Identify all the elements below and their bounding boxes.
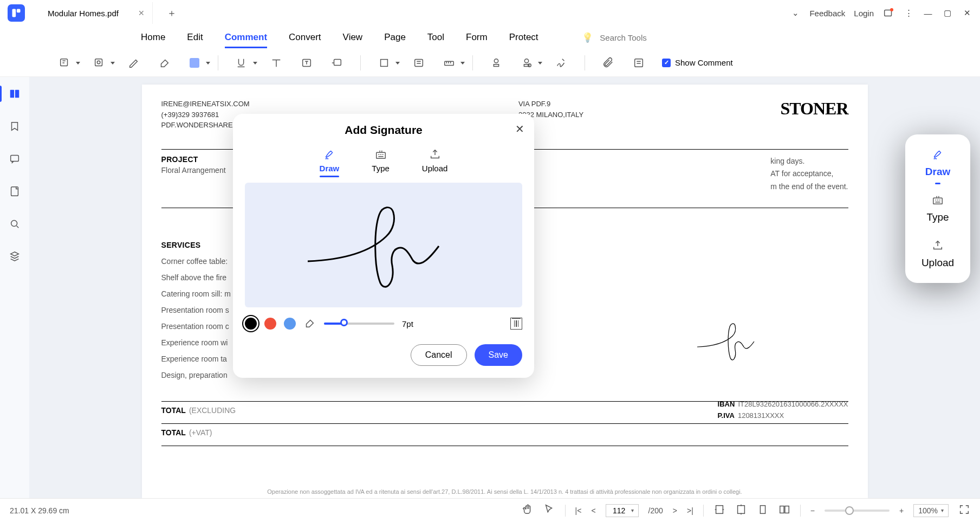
modal-tabs: Draw Type Upload [245,149,522,173]
minimize-icon[interactable]: — [923,9,933,18]
float-type[interactable]: Type [926,194,949,223]
doc-brand: STONER [780,99,848,131]
search-tools-input[interactable] [600,33,676,42]
two-page-icon[interactable] [778,504,790,517]
lightbulb-icon: 💡 [582,33,593,43]
bookmark-icon[interactable] [8,119,22,133]
next-page-icon[interactable]: > [673,506,677,515]
tab-upload[interactable]: Upload [422,149,448,173]
prev-page-icon[interactable]: < [591,506,595,515]
note-tool[interactable] [57,56,72,70]
single-page-icon[interactable] [757,504,769,517]
area-highlight-tool[interactable] [412,56,426,70]
cancel-button[interactable]: Cancel [411,344,467,366]
underline-tool[interactable] [235,56,249,70]
svg-rect-24 [760,506,765,514]
left-sidebar [0,77,29,498]
svg-point-5 [97,61,100,64]
zoom-out-icon[interactable]: − [810,506,815,515]
page-input[interactable]: ▾ [606,504,639,517]
float-draw[interactable]: Draw [925,149,950,178]
login-link[interactable]: Login [854,9,874,18]
svg-rect-1 [17,9,21,13]
menu-tool[interactable]: Tool [427,32,444,43]
menu-protect[interactable]: Protect [509,32,538,43]
close-window-icon[interactable]: ✕ [962,8,972,18]
color-fill-tool[interactable] [187,56,202,70]
tab-draw[interactable]: Draw [320,149,340,173]
stamp-tool[interactable] [489,56,503,70]
save-button[interactable]: Save [475,344,522,366]
textbox-tool[interactable] [300,56,314,70]
highlight-tool[interactable] [92,56,106,70]
trash-icon[interactable] [510,318,522,330]
divider [360,55,361,70]
note-list-tool[interactable] [632,56,646,70]
tab-title: Modular Homes.pdf [48,9,119,18]
menu-home[interactable]: Home [141,32,165,43]
stroke-width-slider[interactable] [324,323,394,325]
svg-point-13 [528,63,531,67]
zoom-input[interactable]: 100%▾ [913,504,949,517]
menu-form[interactable]: Form [466,32,488,43]
fineprint: Operazione non assoggettata ad IVA ed a … [161,488,848,495]
menu-comment[interactable]: Comment [225,32,267,43]
fit-width-icon[interactable] [713,504,725,517]
signature-on-page [695,317,770,368]
app-logo [8,4,25,22]
menubar: Home Edit Comment Convert View Page Tool… [0,26,980,49]
thumbnails-icon[interactable] [8,87,22,101]
close-modal-icon[interactable]: ✕ [515,123,524,136]
stamp-add-tool[interactable] [520,56,534,70]
svg-rect-9 [415,59,423,66]
color-blue[interactable] [284,318,296,330]
signature-draw-area[interactable] [245,183,522,307]
show-comment-toggle[interactable]: ✓ Show Comment [662,58,733,67]
pencil-tool[interactable] [127,56,141,70]
callout-tool[interactable] [330,56,344,70]
close-tab-icon[interactable]: ✕ [138,9,145,17]
eraser-tool[interactable] [157,56,171,70]
signature-floating-panel: Draw Type Upload [905,134,970,283]
color-red[interactable] [264,318,276,330]
page-dimensions: 21.01 X 29.69 cm [10,506,69,515]
chevron-down-icon[interactable]: ⌄ [790,8,801,18]
feedback-link[interactable]: Feedback [809,9,845,18]
notification-icon[interactable] [882,7,894,19]
fullscreen-icon[interactable] [958,504,970,517]
float-upload[interactable]: Upload [921,240,954,269]
fit-page-icon[interactable] [735,504,747,517]
signature-tool[interactable] [554,56,568,70]
more-icon[interactable]: ⋮ [903,8,914,18]
first-page-icon[interactable]: |< [575,506,582,515]
last-page-icon[interactable]: >| [687,506,693,515]
search-icon[interactable] [8,217,22,231]
layers-icon[interactable] [8,249,22,263]
text-tool[interactable] [269,56,283,70]
maximize-icon[interactable]: ▢ [942,8,953,18]
zoom-slider[interactable] [825,510,890,512]
page-total: /200 [648,506,663,515]
eraser-icon[interactable] [303,317,316,330]
hand-tool-icon[interactable] [522,504,534,517]
attachments-icon[interactable] [8,184,22,198]
svg-rect-14 [635,59,643,67]
search-tools: 💡 [582,32,676,43]
menu-view[interactable]: View [343,32,363,43]
comment-toolbar: ✓ Show Comment [0,49,980,77]
svg-rect-10 [445,61,454,65]
tab-type[interactable]: Type [372,149,390,173]
document-tab[interactable]: Modular Homes.pdf ✕ [37,2,153,24]
svg-rect-16 [15,90,19,98]
attachment-tool[interactable] [601,56,615,70]
menu-page[interactable]: Page [384,32,406,43]
measure-tool[interactable] [442,56,456,70]
comments-icon[interactable] [8,152,22,166]
add-tab-button[interactable]: ＋ [167,7,177,20]
menu-edit[interactable]: Edit [187,32,203,43]
select-tool-icon[interactable] [543,504,555,517]
menu-convert[interactable]: Convert [289,32,321,43]
color-black[interactable] [245,318,257,330]
zoom-in-icon[interactable]: + [899,506,904,515]
shapes-tool[interactable] [377,56,391,70]
